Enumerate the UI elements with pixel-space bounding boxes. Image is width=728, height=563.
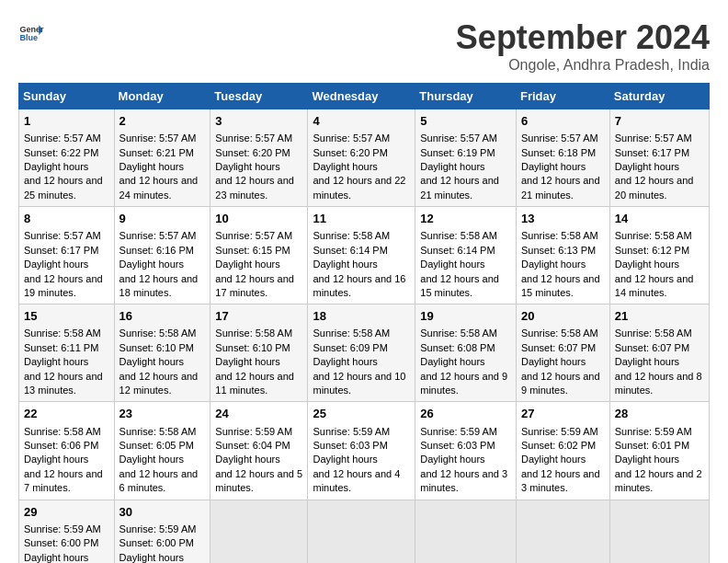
table-row: 24 Sunrise: 5:59 AM Sunset: 6:04 PM Dayl… [210, 402, 308, 500]
day-number: 21 [615, 308, 704, 325]
daylight-value: and 12 hours and 10 minutes. [313, 371, 405, 396]
sunrise-text: Sunrise: 5:59 AM [521, 426, 598, 437]
day-number: 28 [615, 406, 704, 422]
day-number: 11 [313, 211, 410, 227]
empty-cell [415, 500, 517, 563]
sunset-text: Sunset: 6:07 PM [521, 342, 596, 353]
daylight-value: and 12 hours and 16 minutes. [313, 273, 405, 298]
table-row: 22 Sunrise: 5:58 AM Sunset: 6:06 PM Dayl… [19, 402, 115, 500]
sunset-text: Sunset: 6:05 PM [119, 440, 194, 451]
sunrise-text: Sunrise: 5:58 AM [615, 230, 692, 241]
table-row: 9 Sunrise: 5:57 AM Sunset: 6:16 PM Dayli… [114, 207, 210, 304]
sunset-text: Sunset: 6:17 PM [24, 245, 98, 256]
table-row: 26 Sunrise: 5:59 AM Sunset: 6:03 PM Dayl… [415, 402, 517, 500]
logo-icon: General Blue [18, 18, 44, 44]
daylight-label: Daylight hours [119, 259, 184, 270]
calendar-week-row: 15 Sunrise: 5:58 AM Sunset: 6:11 PM Dayl… [19, 304, 710, 402]
sunset-text: Sunset: 6:00 PM [119, 537, 194, 548]
daylight-label: Daylight hours [119, 161, 184, 172]
day-number: 30 [119, 504, 206, 521]
day-number: 25 [313, 406, 410, 422]
table-row: 5 Sunrise: 5:57 AM Sunset: 6:19 PM Dayli… [415, 109, 517, 207]
daylight-label: Daylight hours [420, 454, 484, 465]
table-row: 14 Sunrise: 5:58 AM Sunset: 6:12 PM Dayl… [609, 207, 709, 304]
day-number: 9 [119, 211, 206, 227]
day-number: 3 [215, 113, 302, 130]
daylight-value: and 12 hours and 11 minutes. [215, 371, 294, 396]
daylight-value: and 12 hours and 3 minutes. [521, 468, 600, 493]
table-row: 4 Sunrise: 5:57 AM Sunset: 6:20 PM Dayli… [308, 109, 415, 207]
page-header: General Blue September 2024 Ongole, Andh… [18, 18, 710, 74]
day-number: 29 [24, 504, 109, 521]
calendar-week-row: 22 Sunrise: 5:58 AM Sunset: 6:06 PM Dayl… [19, 402, 710, 500]
table-row: 18 Sunrise: 5:58 AM Sunset: 6:09 PM Dayl… [308, 304, 415, 402]
sunset-text: Sunset: 6:01 PM [615, 440, 689, 451]
table-row: 3 Sunrise: 5:57 AM Sunset: 6:20 PM Dayli… [210, 109, 308, 207]
daylight-value: and 12 hours and 5 minutes. [215, 468, 302, 493]
table-row: 25 Sunrise: 5:59 AM Sunset: 6:03 PM Dayl… [308, 402, 415, 500]
daylight-value: and 12 hours and 9 minutes. [420, 371, 507, 396]
sunset-text: Sunset: 6:18 PM [521, 147, 596, 158]
table-row: 27 Sunrise: 5:59 AM Sunset: 6:02 PM Dayl… [516, 402, 609, 500]
daylight-label: Daylight hours [313, 454, 377, 465]
day-number: 16 [119, 308, 206, 325]
sunset-text: Sunset: 6:10 PM [119, 342, 194, 353]
daylight-value: and 12 hours and 14 minutes. [615, 273, 694, 298]
sunset-text: Sunset: 6:11 PM [24, 342, 98, 353]
day-number: 18 [313, 308, 410, 325]
table-row: 7 Sunrise: 5:57 AM Sunset: 6:17 PM Dayli… [609, 109, 709, 207]
col-monday: Monday [114, 84, 210, 109]
day-number: 13 [521, 211, 605, 227]
table-row: 16 Sunrise: 5:58 AM Sunset: 6:10 PM Dayl… [114, 304, 210, 402]
day-number: 14 [615, 211, 704, 227]
day-number: 17 [215, 308, 302, 325]
empty-cell [210, 500, 308, 563]
empty-cell [609, 500, 709, 563]
daylight-label: Daylight hours [615, 356, 679, 367]
title-block: September 2024 Ongole, Andhra Pradesh, I… [456, 18, 710, 74]
daylight-value: and 12 hours and 9 minutes. [521, 371, 600, 396]
sunrise-text: Sunrise: 5:59 AM [420, 426, 497, 437]
sunrise-text: Sunrise: 5:58 AM [420, 230, 497, 241]
table-row: 20 Sunrise: 5:58 AM Sunset: 6:07 PM Dayl… [516, 304, 609, 402]
sunset-text: Sunset: 6:09 PM [313, 342, 387, 353]
col-sunday: Sunday [19, 84, 115, 109]
day-number: 20 [521, 308, 605, 325]
day-number: 2 [119, 113, 206, 130]
day-number: 1 [24, 113, 109, 130]
col-tuesday: Tuesday [210, 84, 308, 109]
day-number: 27 [521, 406, 605, 422]
sunset-text: Sunset: 6:02 PM [521, 440, 596, 451]
daylight-label: Daylight hours [521, 259, 586, 270]
sunrise-text: Sunrise: 5:58 AM [313, 327, 390, 339]
sunrise-text: Sunrise: 5:59 AM [215, 426, 292, 437]
sunrise-text: Sunrise: 5:59 AM [313, 426, 390, 437]
daylight-value: and 12 hours and 12 minutes. [119, 371, 199, 396]
col-thursday: Thursday [415, 84, 517, 109]
daylight-value: and 12 hours and 13 minutes. [24, 371, 103, 396]
daylight-label: Daylight hours [215, 259, 279, 270]
day-number: 5 [420, 113, 511, 130]
daylight-value: and 12 hours and 24 minutes. [119, 175, 199, 200]
sunrise-text: Sunrise: 5:58 AM [615, 327, 692, 339]
table-row: 17 Sunrise: 5:58 AM Sunset: 6:10 PM Dayl… [210, 304, 308, 402]
day-number: 10 [215, 211, 302, 227]
table-row: 15 Sunrise: 5:58 AM Sunset: 6:11 PM Dayl… [19, 304, 115, 402]
sunset-text: Sunset: 6:21 PM [119, 147, 194, 158]
sunset-text: Sunset: 6:20 PM [215, 147, 290, 158]
daylight-label: Daylight hours [119, 356, 184, 367]
daylight-value: and 12 hours and 3 minutes. [420, 468, 507, 493]
sunset-text: Sunset: 6:19 PM [420, 147, 495, 158]
table-row: 12 Sunrise: 5:58 AM Sunset: 6:14 PM Dayl… [415, 207, 517, 304]
table-row: 6 Sunrise: 5:57 AM Sunset: 6:18 PM Dayli… [516, 109, 609, 207]
daylight-value: and 12 hours and 20 minutes. [615, 175, 694, 200]
daylight-label: Daylight hours [521, 356, 586, 367]
daylight-label: Daylight hours [215, 356, 279, 367]
daylight-value: and 12 hours and 19 minutes. [24, 273, 103, 298]
table-row: 19 Sunrise: 5:58 AM Sunset: 6:08 PM Dayl… [415, 304, 517, 402]
sunrise-text: Sunrise: 5:58 AM [420, 327, 497, 339]
sunset-text: Sunset: 6:15 PM [215, 245, 290, 256]
sunrise-text: Sunrise: 5:57 AM [24, 132, 101, 144]
daylight-label: Daylight hours [420, 259, 484, 270]
sunrise-text: Sunrise: 5:58 AM [119, 327, 197, 339]
